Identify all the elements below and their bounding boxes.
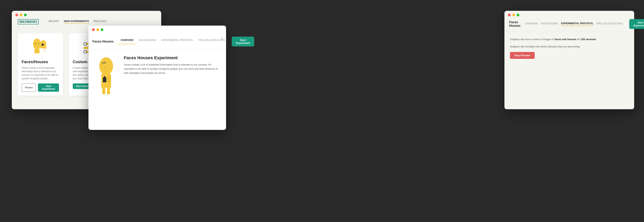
nav-recent[interactable]: RECENT bbox=[48, 20, 59, 24]
svg-point-24 bbox=[108, 75, 109, 77]
svg-point-27 bbox=[109, 80, 110, 81]
start-experiment-btn-2[interactable]: Start Experiment bbox=[232, 37, 254, 47]
start-experiment-btn-3[interactable]: Start Experiment bbox=[629, 19, 644, 29]
svg-marker-4 bbox=[40, 40, 46, 42]
dot-yellow-3[interactable] bbox=[512, 14, 515, 16]
svg-rect-29 bbox=[102, 87, 105, 94]
dot-red-1[interactable] bbox=[15, 14, 18, 16]
svg-point-26 bbox=[108, 78, 109, 79]
dot-green-1[interactable] bbox=[24, 14, 27, 16]
svg-point-0 bbox=[33, 39, 41, 50]
svg-point-25 bbox=[109, 77, 110, 78]
svg-point-16 bbox=[99, 57, 113, 75]
w3-line2: Subjects will mentally note which stimul… bbox=[510, 45, 629, 49]
dot-yellow-2[interactable] bbox=[96, 28, 99, 31]
window-3-header: Faces Houses OVERVIEW BACKGROUND EXPERIM… bbox=[504, 19, 634, 32]
titlebar-2 bbox=[88, 26, 226, 34]
experiment-name: Faces Houses Experiment bbox=[124, 55, 220, 60]
tab-experimental-protocol[interactable]: EXPERIMENTAL PROTOCOL bbox=[158, 39, 196, 44]
experiment-desc: Faces contain a lot of important informa… bbox=[124, 63, 220, 75]
w3-tab-background[interactable]: BACKGROUND bbox=[541, 22, 558, 26]
svg-rect-5 bbox=[42, 44, 44, 46]
svg-point-7 bbox=[45, 49, 46, 49]
window-2-title: Faces Houses bbox=[92, 40, 114, 43]
dot-green-3[interactable] bbox=[516, 14, 519, 16]
w3-tab-overview[interactable]: OVERVIEW bbox=[525, 22, 538, 26]
large-illustration bbox=[94, 55, 118, 99]
dot-yellow-1[interactable] bbox=[20, 14, 22, 16]
faces-houses-illustration bbox=[22, 37, 59, 57]
card-1-desc: Faces contain a lot of important informa… bbox=[22, 66, 59, 80]
w3-bold-1: faces and houses bbox=[555, 38, 576, 41]
w3-bold-2: 120 seconds bbox=[581, 38, 596, 41]
window-2: Faces Houses OVERVIEW BACKGROUND EXPERIM… bbox=[88, 26, 226, 130]
titlebar-3 bbox=[504, 11, 634, 19]
svg-point-9 bbox=[45, 51, 46, 52]
dot-green-2[interactable] bbox=[101, 28, 104, 31]
card-1-buttons: Review Start Experiment bbox=[22, 83, 59, 92]
stop-preview-button[interactable]: Stop Preview bbox=[510, 52, 535, 59]
window-3-content: Subjects will view a series of images of… bbox=[504, 32, 634, 64]
faces-houses-svg bbox=[30, 38, 51, 56]
review-button[interactable]: Review bbox=[22, 83, 36, 92]
tab-background[interactable]: BACKGROUND bbox=[136, 39, 158, 44]
titlebar-1 bbox=[12, 11, 161, 19]
svg-rect-6 bbox=[34, 49, 40, 53]
tab-overview[interactable]: OVERVIEW bbox=[118, 39, 136, 44]
faces-houses-card: Faces/Houses Faces contain a lot of impo… bbox=[18, 33, 63, 96]
nav-links: RECENT NEW EXPERIMENTS PRACTICE bbox=[48, 20, 106, 24]
tab-pre-collected[interactable]: PRE-COLLECTED DATA bbox=[196, 39, 228, 44]
w3-line1: Subjects will view a series of images of… bbox=[510, 37, 629, 42]
svg-point-11 bbox=[84, 43, 86, 45]
nav-practice[interactable]: PRACTICE bbox=[94, 20, 106, 24]
svg-point-8 bbox=[43, 50, 44, 51]
w3-tab-precollected[interactable]: PRE-COLLECTED DATA bbox=[596, 22, 623, 26]
w3-tab-protocol[interactable]: EXPERIMENTAL PROTOCOL bbox=[561, 22, 593, 26]
svg-point-28 bbox=[108, 81, 109, 82]
svg-rect-30 bbox=[107, 87, 110, 94]
window-3-title: Faces Houses bbox=[509, 21, 520, 28]
nav-new-experiments[interactable]: NEW EXPERIMENTS bbox=[64, 20, 89, 24]
tab-nav-2: OVERVIEW BACKGROUND EXPERIMENTAL PROTOCO… bbox=[118, 39, 228, 44]
dot-red-3[interactable] bbox=[508, 14, 511, 16]
card-1-title: Faces/Houses bbox=[22, 60, 59, 64]
window-3: Faces Houses OVERVIEW BACKGROUND EXPERIM… bbox=[504, 11, 634, 109]
large-illustration-svg bbox=[94, 55, 118, 99]
brainwaves-logo[interactable]: BRAINWAVES bbox=[18, 19, 39, 25]
svg-rect-22 bbox=[103, 78, 106, 82]
dot-red-2[interactable] bbox=[92, 28, 95, 31]
window-2-header: Faces Houses OVERVIEW BACKGROUND EXPERIM… bbox=[88, 34, 226, 49]
start-experiment-button-1[interactable]: Start Experiment bbox=[38, 83, 59, 92]
svg-point-15 bbox=[84, 50, 86, 53]
close-button-2[interactable]: × bbox=[221, 37, 223, 40]
experiment-info: Faces Houses Experiment Faces contain a … bbox=[124, 55, 220, 75]
window-2-content: Faces Houses Experiment Faces contain a … bbox=[88, 49, 226, 105]
